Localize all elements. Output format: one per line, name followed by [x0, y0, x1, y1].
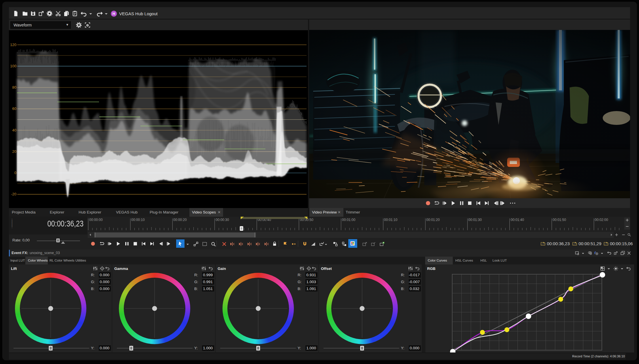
svg-text:40: 40 [12, 128, 16, 132]
svg-text:100: 100 [10, 64, 16, 68]
svg-text:0: 0 [14, 171, 16, 175]
svg-text:60: 60 [12, 106, 16, 111]
svg-text:120: 120 [10, 43, 16, 47]
svg-text:f: f [594, 251, 596, 255]
svg-text:20: 20 [12, 149, 16, 154]
svg-text:-20: -20 [11, 192, 16, 196]
svg-text:80: 80 [12, 85, 16, 89]
svg-text:fx: fx [577, 254, 579, 256]
